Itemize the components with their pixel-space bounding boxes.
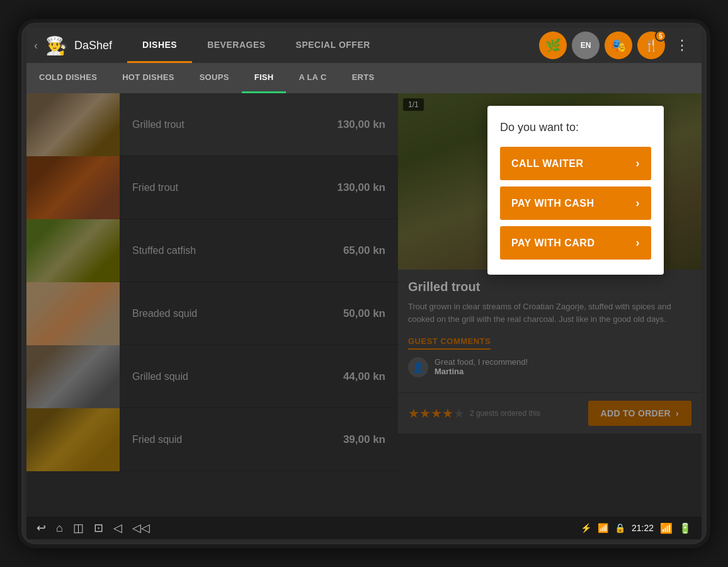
status-time: 21:22 [632,523,654,533]
volume-low-icon[interactable]: ◁ [113,521,122,535]
screen: ‹ 👨‍🍳 DaShef DISHES BEVERAGES SPECIAL OF… [26,28,702,539]
en-language-btn[interactable]: EN [572,32,600,59]
pay-cash-chevron-icon: › [636,197,640,210]
battery-icon: 🔋 [679,522,691,534]
lock-icon: 🔒 [615,523,625,533]
tablet-shell: ‹ 👨‍🍳 DaShef DISHES BEVERAGES SPECIAL OF… [18,19,710,548]
brand-logo: 👨‍🍳 [43,32,69,59]
overlay-backdrop[interactable]: Do you want to: CALL WAITER › PAY WITH C… [26,93,702,517]
call-waiter-button[interactable]: CALL WAITER › [500,147,651,180]
back-nav-icon[interactable]: ↩ [37,521,46,535]
usb-icon: ⚡ [581,523,591,533]
popup-title: Do you want to: [500,121,651,134]
volume-high-icon[interactable]: ◁◁ [132,521,150,535]
status-right: ⚡ 📶 🔒 21:22 📶 🔋 [581,522,691,534]
home-icon[interactable]: ⌂ [56,522,63,535]
nav-tabs: DISHES BEVERAGES SPECIAL OFFER [127,28,539,63]
cat-tab-ala-carte[interactable]: A LA C [286,63,339,93]
order-badge: 5 [655,30,666,42]
order-btn[interactable]: 🍴 5 [637,32,665,59]
nav-tab-beverages[interactable]: BEVERAGES [192,28,280,63]
pay-with-card-button[interactable]: PAY WITH CARD › [500,226,651,260]
wifi-icon: 📶 [660,522,673,534]
brand-name: DaShef [74,39,112,52]
profile-btn[interactable]: 🎭 [605,32,632,59]
call-waiter-label: CALL WAITER [511,158,584,169]
status-bar: ↩ ⌂ ◫ ⊡ ◁ ◁◁ ⚡ 📶 🔒 21:22 📶 🔋 [26,517,702,539]
cat-tab-hot-dishes[interactable]: HOT DISHES [110,63,186,93]
recents-icon[interactable]: ◫ [73,521,84,535]
en-label: EN [581,41,591,50]
more-options-icon[interactable]: ⋮ [670,32,694,59]
top-nav: ‹ 👨‍🍳 DaShef DISHES BEVERAGES SPECIAL OF… [26,28,702,63]
fork-knife-icon: 🍴 [644,38,658,52]
profile-icon: 🎭 [611,38,627,53]
cat-tab-soups[interactable]: SOUPS [187,63,242,93]
category-tabs: COLD DISHES HOT DISHES SOUPS FISH A LA C… [26,63,702,93]
nav-back-button[interactable]: ‹ [34,39,38,52]
cat-tab-cold-dishes[interactable]: COLD DISHES [26,63,110,93]
language-icon-btn[interactable]: 🌿 [539,32,567,59]
screenshot-icon[interactable]: ⊡ [94,521,103,535]
pay-cash-label: PAY WITH CASH [511,198,594,209]
action-popup: Do you want to: CALL WAITER › PAY WITH C… [487,106,664,275]
nav-tab-dishes[interactable]: DISHES [127,28,192,63]
signal-icon: 📶 [598,523,608,533]
cat-tab-desserts[interactable]: ERTS [339,63,387,93]
main-content: Grilled trout 130,00 kn Fried trout 130,… [26,93,702,517]
nav-tab-special-offer[interactable]: SPECIAL OFFER [281,28,385,63]
chef-icon: 👨‍🍳 [45,35,67,56]
leaf-icon: 🌿 [545,38,561,53]
nav-icons: 🌿 EN 🎭 🍴 5 ⋮ [539,32,694,59]
pay-card-label: PAY WITH CARD [511,238,594,249]
pay-with-cash-button[interactable]: PAY WITH CASH › [500,186,651,220]
call-waiter-chevron-icon: › [636,157,640,170]
pay-card-chevron-icon: › [636,236,640,249]
cat-tab-fish[interactable]: FISH [242,63,287,93]
status-left: ↩ ⌂ ◫ ⊡ ◁ ◁◁ [37,521,150,535]
